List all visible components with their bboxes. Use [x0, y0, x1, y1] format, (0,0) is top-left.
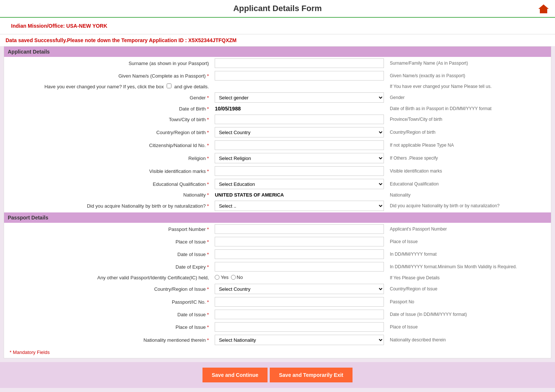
save-exit-button[interactable]: Save and Temporarily Exit [270, 368, 353, 382]
other-passport-radio-cell: Yes No [212, 273, 387, 282]
other-passport-no-label[interactable]: No [231, 275, 243, 280]
passport-number-input-cell [212, 223, 387, 235]
religion-select[interactable]: Select Religion Hindu Muslim Christian S… [215, 153, 384, 163]
date-expiry-input[interactable] [215, 262, 384, 272]
table-row: Any other valid Passport/Identity Certif… [4, 273, 551, 282]
date-issue2-label: Date of Issue * [4, 308, 212, 321]
passport-details-table: Passport Number * Applicant's Passport N… [4, 223, 551, 347]
gender-select[interactable]: Select gender Male Female Other [215, 92, 384, 103]
given-names-hint: Given Name/s (exactly as in Passport) [387, 69, 551, 82]
applicant-details-header: Applicant Details [4, 47, 551, 57]
table-row: Nationality * UNITED STATES OF AMERICA N… [4, 191, 551, 199]
date-issue-hint: In DD/MM/YYYY format [387, 248, 551, 260]
other-passport-radio-group: Yes No [215, 275, 243, 280]
town-city-label: Town/City of birth * [4, 113, 212, 126]
top-bar: Indian Mission/Office: USA-NEW YORK [0, 18, 555, 34]
passport-ic-input[interactable] [215, 297, 384, 307]
table-row: Did you acquire Nationality by birth or … [4, 199, 551, 212]
nationality-therein-select-cell: Select Nationality Indian American Briti… [212, 333, 387, 347]
home-icon[interactable] [538, 3, 549, 16]
nationality-acquired-select[interactable]: Select .. By Birth By Naturalization [215, 201, 384, 211]
religion-label: Religion * [4, 151, 212, 165]
country-birth-hint: Country/Region of birth [387, 126, 551, 139]
country-issue-hint: Country/Region of Issue [387, 282, 551, 296]
nationality-value: UNITED STATES OF AMERICA [215, 192, 284, 198]
other-passport-yes-radio[interactable] [215, 275, 219, 280]
gender-label: Gender * [4, 91, 212, 104]
passport-number-input[interactable] [215, 224, 384, 234]
place-issue2-input[interactable] [215, 322, 384, 332]
table-row: Educational Qualification * Select Educa… [4, 177, 551, 191]
town-city-input[interactable] [215, 115, 384, 124]
citizenship-label: Citizenship/National Id No. * [4, 139, 212, 151]
table-row: Visible identification marks * Visible i… [4, 165, 551, 177]
place-issue2-label: Place of Issue * [4, 321, 212, 333]
visible-marks-hint: Visible identification marks [387, 165, 551, 177]
nationality-value-cell: UNITED STATES OF AMERICA [212, 191, 387, 199]
table-row: Place of Issue * Place of Issue [4, 235, 551, 248]
table-row: Religion * Select Religion Hindu Muslim … [4, 151, 551, 165]
education-select[interactable]: Select Education Below Matriculation Mat… [215, 179, 384, 189]
table-row: Date of Issue * Date of Issue (In DD/MM/… [4, 308, 551, 321]
other-passport-yes-label[interactable]: Yes [215, 275, 228, 280]
date-issue2-hint: Date of Issue (In DD/MM/YYYY format) [387, 308, 551, 321]
citizenship-hint: If not applicable Please Type NA [387, 139, 551, 151]
nationality-acquired-hint: Did you acquire Nationality by birth or … [387, 199, 551, 212]
button-bar: Save and Continue Save and Temporarily E… [0, 362, 555, 388]
nationality-label: Nationality * [4, 191, 212, 199]
date-issue-input[interactable] [215, 249, 384, 259]
religion-hint: If Others .Please specify [387, 151, 551, 165]
passport-ic-input-cell [212, 296, 387, 308]
table-row: Nationality mentioned therein * Select N… [4, 333, 551, 347]
nationality-therein-hint: Nationality described therein [387, 333, 551, 347]
success-message-bar: Data saved Successfully.Please note down… [0, 34, 555, 46]
table-row: Citizenship/National Id No. * If not app… [4, 139, 551, 151]
nationality-acquired-select-cell: Select .. By Birth By Naturalization [212, 199, 387, 212]
nationality-therein-select[interactable]: Select Nationality Indian American Briti… [215, 335, 384, 345]
date-issue2-input[interactable] [215, 310, 384, 319]
surname-hint: Surname/Family Name (As in Passport) [387, 57, 551, 69]
date-issue-input-cell [212, 248, 387, 260]
education-label: Educational Qualification * [4, 177, 212, 191]
save-continue-button[interactable]: Save and Continue [202, 368, 268, 382]
country-birth-select[interactable]: Select Country India USA UK Canada [215, 127, 384, 137]
surname-input-cell [212, 57, 387, 69]
country-issue-select[interactable]: Select Country India USA UK Canada [215, 284, 384, 294]
page-header: Applicant Details Form [0, 0, 555, 18]
table-row: Have you ever changed your name? If yes,… [4, 82, 551, 91]
table-row: Date of Expiry * In DD/MM/YYYY format.Mi… [4, 260, 551, 273]
mandatory-note: * Mandatory Fields [4, 347, 551, 358]
gender-hint: Gender [387, 91, 551, 104]
table-row: Country/Region of Issue * Select Country… [4, 282, 551, 296]
country-issue-select-cell: Select Country India USA UK Canada [212, 282, 387, 296]
name-changed-checkbox[interactable] [167, 83, 171, 88]
dob-label: Date of Birth * [4, 104, 212, 113]
date-expiry-hint: In DD/MM/YYYY format.Minimum Six Month V… [387, 260, 551, 273]
mission-value: USA-NEW YORK [66, 23, 107, 29]
dob-value-cell: 10/05/1988 [212, 104, 387, 113]
education-select-cell: Select Education Below Matriculation Mat… [212, 177, 387, 191]
citizenship-input[interactable] [215, 140, 384, 150]
page-title: Applicant Details Form [4, 4, 551, 13]
table-row: Gender * Select gender Male Female Other… [4, 91, 551, 104]
form-container: Applicant Details Surname (as shown in y… [4, 46, 551, 358]
visible-marks-label: Visible identification marks * [4, 165, 212, 177]
place-issue2-hint: Place of Issue [387, 321, 551, 333]
name-changed-label: Have you ever changed your name? If yes,… [4, 82, 212, 91]
passport-number-hint: Applicant's Passport Number [387, 223, 551, 235]
table-row: Country/Region of birth * Select Country… [4, 126, 551, 139]
visible-marks-input[interactable] [215, 166, 384, 176]
given-names-input[interactable] [215, 71, 384, 81]
app-id: X5X52344JTFQXZM [188, 37, 237, 43]
date-expiry-label: Date of Expiry * [4, 260, 212, 273]
place-issue-input[interactable] [215, 237, 384, 246]
surname-input[interactable] [215, 58, 384, 68]
education-hint: Educational Qualification [387, 177, 551, 191]
passport-ic-label: Passport/IC No. * [4, 296, 212, 308]
date-expiry-input-cell [212, 260, 387, 273]
date-issue2-input-cell [212, 308, 387, 321]
place-issue2-input-cell [212, 321, 387, 333]
other-passport-no-radio[interactable] [231, 275, 236, 280]
town-city-hint: Province/Town/City of birth [387, 113, 551, 126]
mandatory-note-text: Mandatory Fields [13, 350, 50, 355]
